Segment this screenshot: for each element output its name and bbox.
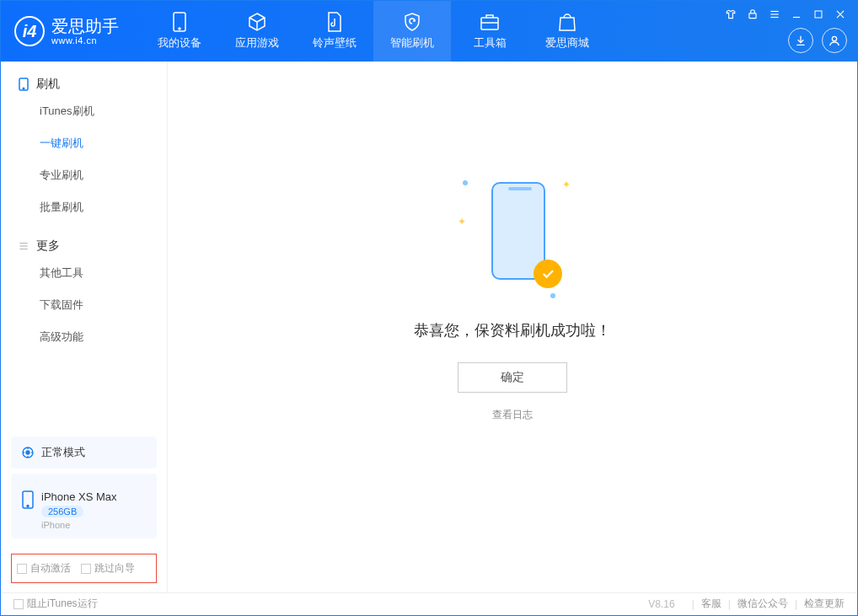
tab-ringtones[interactable]: 铃声壁纸 bbox=[296, 1, 373, 62]
bag-icon bbox=[557, 12, 577, 32]
sidebar-item-batch-flash[interactable]: 批量刷机 bbox=[1, 191, 167, 223]
svg-rect-5 bbox=[815, 11, 822, 18]
lock-icon[interactable] bbox=[746, 8, 759, 21]
svg-point-13 bbox=[23, 88, 24, 89]
sidebar-item-other-tools[interactable]: 其他工具 bbox=[1, 257, 167, 289]
shield-refresh-icon bbox=[402, 12, 422, 32]
opt-label: 跳过向导 bbox=[94, 561, 135, 576]
menu-icon[interactable] bbox=[768, 8, 781, 21]
tab-smart-flash[interactable]: 智能刷机 bbox=[373, 1, 451, 62]
section-title: 刷机 bbox=[36, 77, 60, 92]
check-badge-icon bbox=[534, 260, 562, 288]
close-icon[interactable] bbox=[834, 8, 847, 21]
sidebar-item-download-firmware[interactable]: 下载固件 bbox=[1, 289, 167, 321]
tab-apps-games[interactable]: 应用游戏 bbox=[218, 1, 296, 62]
music-file-icon bbox=[324, 12, 345, 32]
support-link[interactable]: 客服 bbox=[701, 597, 721, 611]
svg-point-20 bbox=[27, 506, 29, 507]
list-icon bbox=[18, 240, 29, 252]
tab-label: 铃声壁纸 bbox=[313, 35, 357, 51]
sidebar-item-advanced[interactable]: 高级功能 bbox=[1, 321, 167, 353]
sidebar-section-more: 更多 bbox=[1, 238, 167, 257]
tab-my-device[interactable]: 我的设备 bbox=[141, 1, 218, 62]
statusbar: 阻止iTunes运行 V8.16 | 客服 | 微信公众号 | 检查更新 bbox=[2, 592, 856, 614]
maximize-icon[interactable] bbox=[812, 8, 825, 21]
shirt-icon[interactable] bbox=[724, 8, 737, 21]
wechat-link[interactable]: 微信公众号 bbox=[737, 597, 788, 611]
svg-rect-0 bbox=[749, 13, 756, 19]
device-mode-card: 正常模式 bbox=[11, 437, 157, 469]
tab-label: 爱思商城 bbox=[545, 35, 589, 51]
device-capacity: 256GB bbox=[41, 506, 83, 517]
sidebar-item-oneclick-flash[interactable]: 一键刷机 bbox=[1, 127, 167, 159]
opt-label: 阻止iTunes运行 bbox=[27, 597, 98, 611]
skip-guide-checkbox[interactable]: 跳过向导 bbox=[81, 561, 135, 576]
opt-label: 自动激活 bbox=[30, 561, 71, 576]
device-name: iPhone XS Max bbox=[41, 490, 117, 503]
brand-site: www.i4.cn bbox=[51, 35, 119, 46]
mode-icon bbox=[21, 446, 35, 459]
success-illustration: ✦ ✦ bbox=[458, 174, 567, 300]
main-content: ✦ ✦ 恭喜您，保资料刷机成功啦！ 确定 查看日志 bbox=[168, 62, 857, 593]
block-itunes-checkbox[interactable]: 阻止iTunes运行 bbox=[13, 597, 98, 611]
sidebar-section-flash: 刷机 bbox=[1, 77, 167, 95]
svg-point-9 bbox=[179, 28, 180, 29]
cube-icon bbox=[247, 12, 267, 32]
top-tabs: 我的设备 应用游戏 铃声壁纸 智能刷机 工具箱 爱思商城 bbox=[141, 1, 606, 62]
view-log-link[interactable]: 查看日志 bbox=[492, 408, 533, 422]
tab-label: 工具箱 bbox=[474, 35, 507, 51]
version-text: V8.16 bbox=[648, 598, 674, 610]
sidebar-item-itunes-flash[interactable]: iTunes刷机 bbox=[1, 95, 167, 127]
auto-activate-checkbox[interactable]: 自动激活 bbox=[17, 561, 71, 576]
device-icon bbox=[18, 78, 29, 91]
download-icon[interactable] bbox=[788, 28, 813, 53]
success-message: 恭喜您，保资料刷机成功啦！ bbox=[414, 320, 611, 340]
device-mode-text: 正常模式 bbox=[41, 445, 85, 460]
user-icon[interactable] bbox=[822, 28, 847, 53]
highlighted-options: 自动激活 跳过向导 bbox=[11, 554, 157, 583]
section-title: 更多 bbox=[36, 238, 60, 254]
ok-button[interactable]: 确定 bbox=[458, 362, 567, 393]
briefcase-icon bbox=[480, 12, 500, 32]
tab-label: 智能刷机 bbox=[390, 35, 434, 51]
svg-rect-10 bbox=[481, 18, 498, 29]
device-card[interactable]: iPhone XS Max 256GB iPhone bbox=[11, 474, 157, 538]
app-logo: i4 爱思助手 www.i4.cn bbox=[1, 16, 132, 46]
logo-icon: i4 bbox=[14, 16, 45, 46]
device-type: iPhone bbox=[41, 520, 117, 530]
tab-label: 应用游戏 bbox=[235, 35, 279, 51]
brand-name: 爱思助手 bbox=[51, 17, 119, 35]
tab-label: 我的设备 bbox=[158, 35, 201, 51]
svg-point-11 bbox=[832, 36, 836, 40]
sidebar: 刷机 iTunes刷机 一键刷机 专业刷机 批量刷机 更多 其他工具 下载固件 … bbox=[1, 62, 168, 593]
phone-icon bbox=[169, 12, 190, 32]
check-update-link[interactable]: 检查更新 bbox=[804, 597, 845, 611]
titlebar: i4 爱思助手 www.i4.cn 我的设备 应用游戏 铃声壁纸 智能刷机 工具… bbox=[1, 1, 857, 62]
tab-toolbox[interactable]: 工具箱 bbox=[451, 1, 528, 62]
phone-outline-icon bbox=[21, 490, 35, 509]
minimize-icon[interactable] bbox=[790, 8, 803, 21]
tab-mall[interactable]: 爱思商城 bbox=[528, 1, 606, 62]
svg-point-18 bbox=[26, 451, 29, 454]
sidebar-item-pro-flash[interactable]: 专业刷机 bbox=[1, 159, 167, 191]
